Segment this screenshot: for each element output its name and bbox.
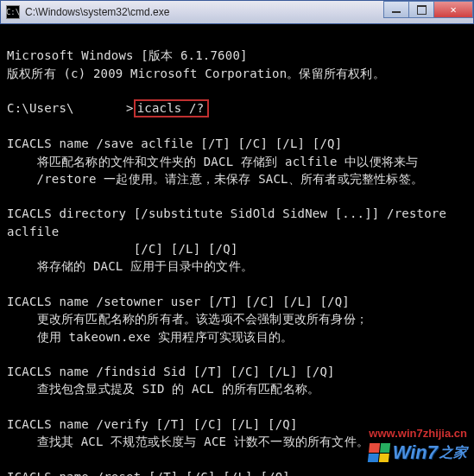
window-controls — [384, 1, 473, 18]
close-button[interactable] — [433, 1, 473, 18]
window-title: C:\Windows\system32\cmd.exe — [25, 6, 169, 18]
desc-save-1: 将匹配名称的文件和文件夹的 DACL 存储到 aclfile 中以便将来与 — [7, 155, 418, 168]
command-highlight: icacls /? — [134, 99, 210, 117]
prompt-user-redacted — [74, 101, 126, 115]
usage-setowner: ICACLS name /setowner user [/T] [/C] [/L… — [7, 295, 350, 308]
version-line: Microsoft Windows [版本 6.1.7600] — [7, 48, 248, 62]
window-titlebar: C:\ C:\Windows\system32\cmd.exe — [0, 0, 474, 24]
usage-reset: ICACLS name /reset [/T] [/C] [/L] [/Q] — [7, 470, 290, 476]
usage-verify: ICACLS name /verify [/T] [/C] [/L] [/Q] — [7, 417, 298, 431]
desc-setowner-2: 使用 takeown.exe 实用程序可实现该目的。 — [7, 330, 293, 344]
usage-restore: ICACLS directory [/substitute SidOld Sid… — [7, 206, 454, 238]
terminal-output[interactable]: Microsoft Windows [版本 6.1.7600] 版权所有 (c)… — [0, 24, 474, 476]
usage-restore-2: [/C] [/L] [/Q] — [7, 242, 238, 256]
desc-save-2: /restore 一起使用。请注意，未保存 SACL、所有者或完整性标签。 — [7, 172, 423, 186]
desc-restore: 将存储的 DACL 应用于目录中的文件。 — [7, 259, 253, 273]
desc-findsid: 查找包含显式提及 SID 的 ACL 的所有匹配名称。 — [7, 382, 319, 396]
desc-setowner-1: 更改所有匹配名称的所有者。该选项不会强制更改所有身份； — [7, 312, 368, 326]
cmd-icon: C:\ — [6, 5, 20, 19]
prompt-path: C:\Users\ — [7, 101, 74, 115]
maximize-button[interactable] — [408, 1, 434, 18]
usage-save: ICACLS name /save aclfile [/T] [/C] [/L]… — [7, 136, 342, 150]
minimize-button[interactable] — [383, 1, 409, 18]
prompt-suffix: > — [126, 101, 134, 115]
usage-findsid: ICACLS name /findsid Sid [/T] [/C] [/L] … — [7, 365, 335, 378]
desc-verify: 查找其 ACL 不规范或长度与 ACE 计数不一致的所有文件。 — [7, 435, 369, 448]
copyright-line: 版权所有 (c) 2009 Microsoft Corporation。保留所有… — [7, 67, 385, 80]
